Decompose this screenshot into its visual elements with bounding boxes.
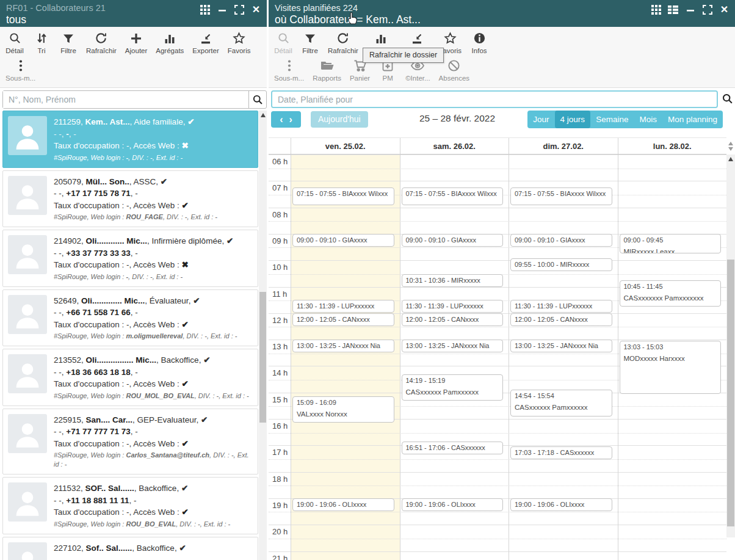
close-icon[interactable]: ✕ (251, 4, 261, 15)
calendar-event[interactable]: 14:19 - 15:19CASxxxxxx Pamxxxxxx (402, 374, 504, 401)
scroll-up-arrow-icon[interactable] (728, 142, 733, 145)
grid-view-icon[interactable] (200, 4, 210, 15)
export-button[interactable]: Exporter (188, 30, 223, 56)
calendar-event[interactable]: 09:00 - 09:10 - GIAxxxx Sakxxx (292, 234, 394, 247)
view-option-4-jours[interactable]: 4 jours (555, 111, 591, 128)
search-icon[interactable] (722, 93, 733, 104)
calendar-event[interactable]: 13:00 - 13:25 - JANxxxx Nia (402, 340, 504, 352)
calendar-event[interactable]: 07:15 - 07:55 - BIAxxxx Wilxxx (510, 187, 612, 205)
list-item[interactable]: 213552, Oli................ Mic..., Back… (2, 349, 258, 406)
list-view-icon[interactable] (668, 4, 678, 15)
calendar-event[interactable]: 12:00 - 12:05 - CANxxxx Ronxxx (402, 313, 504, 326)
event-time: 11:30 - 11:39 - LUPxxxxxx (515, 302, 608, 310)
calendar-event[interactable]: 11:30 - 11:39 - LUPxxxxxx (292, 300, 394, 313)
calendar-event[interactable]: 07:15 - 07:55 - BIAxxxx Wilxxx (402, 187, 504, 205)
view-option-semaine[interactable]: Semaine (590, 111, 634, 128)
minimize-icon[interactable] (685, 4, 695, 15)
hour-label: 06 h (272, 157, 288, 166)
left-search-row (0, 89, 267, 111)
calendar-event[interactable]: 10:31 - 10:36 - MIRxxxxx Leaxx (402, 274, 504, 287)
today-button[interactable]: Aujourd'hui (311, 111, 368, 128)
kebab-menu-icon (19, 59, 23, 73)
phone-number: +11 18 881 11 11 (66, 496, 129, 505)
refresh-button[interactable]: Rafraîchir (82, 30, 121, 56)
grid-view-icon[interactable] (651, 4, 661, 15)
header-scroll-spinner[interactable] (728, 139, 734, 151)
sort-button[interactable]: Tri (28, 30, 55, 56)
calendar-event[interactable]: 19:00 - 19:06 - OLIxxxx Brexxxx (292, 498, 394, 511)
phone-number: +71 77 777 71 73 (66, 427, 130, 436)
calendar-scrollbar[interactable] (726, 155, 735, 537)
submenu-button[interactable]: Sous-m... (270, 57, 308, 83)
list-item[interactable]: 214902, Oli............ Mic..., Infirmiè… (2, 230, 258, 287)
calendar-event[interactable]: 17:03 - 17:18 - CASxxxxxx (510, 446, 612, 459)
calendar-event[interactable]: 13:00 - 13:25 - JANxxxx Nia (510, 340, 612, 352)
calendar-event[interactable]: 09:00 - 09:10 - GIAxxxx Sakxxx (510, 234, 612, 247)
calendar-event[interactable]: 16:51 - 17:06 - CASxxxxxx (402, 442, 504, 454)
list-item[interactable]: 205079, Mül... Son.., ASSC, ✔ - -, +17 1… (2, 170, 258, 228)
calendar-event[interactable]: 12:00 - 12:05 - CANxxxx Ronxxx (510, 313, 612, 326)
minimize-icon[interactable] (217, 4, 227, 15)
calendar-event[interactable]: 09:55 - 10:00 - MIRxxxxx Leaxx (510, 258, 612, 271)
close-icon[interactable]: ✕ (719, 4, 730, 15)
refresh-icon (95, 31, 107, 45)
detail-button[interactable]: Détail (1, 30, 28, 56)
calendar-event[interactable]: 19:00 - 19:06 - OLIxxxx Brexxxx (510, 498, 612, 511)
scroll-down-arrow-icon[interactable] (728, 147, 733, 151)
add-button[interactable]: Ajouter (121, 30, 151, 56)
fullscreen-icon[interactable] (702, 4, 712, 15)
refresh-button[interactable]: Rafraîchir (324, 30, 363, 56)
calendar-event[interactable]: 09:00 - 09:45MIRxxxxx Leaxx (620, 234, 722, 253)
hour-label: 15 h (272, 395, 288, 404)
calendar-event[interactable]: 12:00 - 12:05 - CANxxxx Ronxxx (292, 313, 394, 326)
calendar-event[interactable]: 11:30 - 11:39 - LUPxxxxxx (402, 300, 504, 313)
fullscreen-icon[interactable] (234, 4, 244, 15)
chevron-right-icon[interactable]: › (289, 114, 292, 125)
calendar-event[interactable]: 14:54 - 15:54CASxxxxxx Pamxxxxxx (510, 390, 612, 416)
list-item[interactable]: 225915, San.... Car..., GEP-Evaluateur, … (2, 409, 258, 475)
prev-next-buttons[interactable]: ‹ › (271, 111, 301, 128)
hour-row: 21 h (269, 551, 726, 560)
web-access-icon: ✔ (181, 379, 188, 388)
item-title: 205079, Mül... Son.., ASSC, ✔ (54, 176, 253, 188)
list-item[interactable]: 227102, Sof.. Sal......, Backoffice, ✔ (2, 537, 258, 560)
event-time: 13:00 - 13:25 - JANxxxx Nia (406, 341, 499, 350)
infos-button[interactable]: Infos (466, 30, 493, 56)
calendar-event[interactable]: 10:45 - 11:45CASxxxxxxx Pamxxxxxxx (620, 280, 722, 307)
event-time: 17:03 - 17:18 - CASxxxxxx (515, 448, 608, 457)
search-button[interactable] (248, 91, 266, 108)
calendar-event[interactable]: 13:03 - 15:03MODxxxxx Harxxxx (620, 341, 722, 394)
detail-button[interactable]: Détail (270, 30, 297, 56)
list-scrollbar[interactable] (259, 111, 267, 560)
scrollbar-thumb[interactable] (259, 292, 266, 423)
favorites-button[interactable]: Favoris (223, 30, 255, 56)
calendar-event[interactable]: 13:00 - 13:25 - JANxxxx Nia (292, 340, 394, 352)
list-item[interactable]: 52649, Oli............. Mic..., Évaluate… (2, 289, 258, 347)
visit-search-input[interactable] (272, 92, 717, 107)
aggregates-button[interactable]: Agrégats (151, 30, 188, 56)
chevron-left-icon[interactable]: ‹ (280, 114, 283, 125)
event-time: 13:00 - 13:25 - JANxxxx Nia (515, 341, 608, 350)
reports-button[interactable]: Rapports (308, 57, 346, 83)
list-item[interactable]: 211532, SOF.. Sal......, Backoffice, ✔ -… (2, 477, 258, 534)
calendar-event[interactable]: 19:00 - 19:06 - OLIxxxx Brexxxx (402, 498, 504, 511)
event-time: 09:00 - 09:10 - GIAxxxx Sakxxx (297, 236, 390, 247)
view-option-mon-planning[interactable]: Mon planning (662, 111, 723, 128)
scrollbar-thumb[interactable] (727, 260, 734, 526)
event-time: 14:19 - 15:19 (406, 376, 499, 385)
calendar-event[interactable]: 09:00 - 09:10 - GIAxxxx Sakxxx (402, 234, 504, 247)
view-option-jour[interactable]: Jour (527, 111, 554, 128)
submenu-button[interactable]: Sous-m... (1, 57, 40, 83)
list-item[interactable]: 211259, Kem.. Ast..., Aide familiale, ✔ … (2, 111, 258, 168)
item-contact: - -, +17 17 715 78 71, - (54, 187, 253, 200)
scroll-up-arrow-icon[interactable] (728, 157, 733, 161)
column-separator (400, 155, 400, 560)
view-option-mois[interactable]: Mois (634, 111, 662, 128)
scroll-up-arrow-icon[interactable] (261, 113, 266, 117)
calendar-event[interactable]: 15:09 - 16:09VALxxxx Norxxx (292, 396, 394, 423)
calendar-event[interactable]: 07:15 - 07:55 - BIAxxxx Wilxxx (292, 187, 394, 205)
calendar-event[interactable]: 11:30 - 11:39 - LUPxxxxxx (510, 300, 612, 313)
filter-button[interactable]: Filtre (55, 30, 82, 56)
filter-button[interactable]: Filtre (297, 30, 324, 56)
collaborator-search-input[interactable] (3, 91, 248, 108)
